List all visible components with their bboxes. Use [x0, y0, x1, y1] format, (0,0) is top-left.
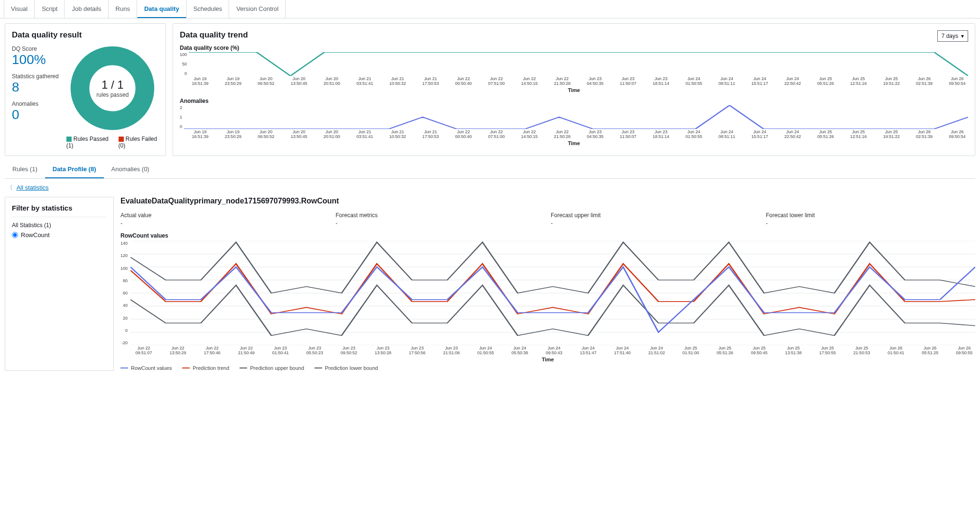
legend-swatch-fail [119, 137, 124, 142]
sub-tab-anomalies-0-[interactable]: Anomalies (0) [104, 161, 157, 178]
x-tick: Jun 2415:51:17 [749, 77, 771, 86]
forecast-metrics-label: Forecast metrics [336, 212, 545, 219]
dq-result-card: Data quality result DQ Score 100% Statis… [5, 23, 166, 156]
legend-pass-label: Rules Passed (1) [66, 136, 109, 149]
x-tick: Jun 2214:50:15 [518, 77, 540, 86]
anomalies-label: Anomalies [12, 101, 59, 107]
anom-y-axis: 210 [180, 105, 184, 129]
x-tick: Jun 2301:50:41 [269, 346, 291, 356]
x-tick: Jun 2408:51:11 [716, 77, 738, 86]
x-tick: Jun 2519:51:22 [880, 130, 902, 139]
top-tab-visual[interactable]: Visual [4, 0, 35, 18]
x-tick: Jun 2602:51:39 [914, 130, 935, 139]
x-tick: Jun 2505:51:26 [814, 77, 836, 86]
score-chart-title: Data quality score (%) [180, 45, 968, 51]
top-tab-job-details[interactable]: Job details [65, 0, 108, 18]
x-tick: Jun 2110:50:32 [387, 77, 408, 86]
x-tick: Jun 2117:50:53 [420, 77, 442, 86]
rowcount-chart [130, 241, 975, 345]
rowcount-legend: RowCount values Prediction trend Predict… [120, 365, 975, 371]
top-tab-runs[interactable]: Runs [109, 0, 137, 18]
time-range-value: 7 days [942, 33, 958, 39]
node-title: EvaluateDataQualityprimary_node171569707… [120, 197, 975, 205]
score-chart [189, 52, 968, 76]
x-tick: Jun 2200:50:40 [453, 77, 474, 86]
top-tab-schedules[interactable]: Schedules [186, 0, 230, 18]
x-tick: Jun 2221:50:49 [235, 346, 257, 356]
x-tick: Jun 2601:50:41 [885, 346, 907, 356]
sub-tabs: Rules (1)Data Profile (8)Anomalies (0) [5, 161, 975, 179]
x-tick: Jun 2422:50:42 [782, 130, 804, 139]
legend-swatch-lower [314, 368, 322, 369]
x-tick: Jun 2417:51:40 [611, 346, 633, 356]
time-range-select[interactable]: 7 days ▾ [937, 30, 968, 42]
anom-time-label: Time [180, 140, 968, 146]
x-tick: Jun 2304:50:35 [584, 130, 606, 139]
x-tick: Jun 2501:51:00 [680, 346, 702, 356]
legend-swatch-trend [182, 368, 190, 369]
legend-upper: Prediction upper bound [250, 365, 304, 371]
forecast-upper-label: Forecast upper limit [551, 212, 760, 219]
x-tick: Jun 2519:51:22 [880, 77, 902, 86]
x-tick: Jun 2311:50:07 [617, 130, 639, 139]
x-tick: Jun 2110:50:32 [387, 130, 408, 139]
rowcount-chart-title: RowCount values [120, 232, 975, 239]
x-tick: Jun 2309:50:52 [338, 346, 360, 356]
rowcount-time-label: Time [120, 357, 975, 362]
statistic-label: RowCount [21, 231, 50, 239]
x-tick: Jun 2415:51:17 [749, 130, 771, 139]
filter-title: Filter by statistics [12, 204, 107, 217]
all-statistics-link[interactable]: All statistics [17, 184, 49, 191]
x-tick: Jun 2605:51:25 [919, 346, 941, 356]
legend-lower: Prediction lower bound [325, 365, 378, 371]
x-tick: Jun 2409:50:43 [543, 346, 565, 356]
x-tick: Jun 2401:50:55 [475, 346, 497, 356]
x-tick: Jun 2221:50:28 [551, 77, 573, 86]
x-tick: Jun 2521:50:53 [851, 346, 873, 356]
x-tick: Jun 2321:51:06 [441, 346, 462, 356]
filter-statistics-card: Filter by statistics All Statistics (1) … [5, 197, 114, 371]
score-time-label: Time [180, 87, 968, 93]
dq-score-label: DQ Score [12, 46, 59, 52]
x-tick: Jun 2512:51:16 [848, 130, 869, 139]
x-tick: Jun 2006:50:52 [255, 77, 277, 86]
x-tick: Jun 2311:50:07 [617, 77, 639, 86]
top-tabs: VisualScriptJob detailsRunsData qualityS… [0, 0, 980, 18]
sub-tab-data-profile-8-[interactable]: Data Profile (8) [45, 161, 104, 178]
rowcount-y-axis: 140120100806040200-20 [120, 241, 130, 345]
x-tick: Jun 2602:51:39 [914, 77, 935, 86]
x-tick: Jun 2318:51:14 [650, 77, 672, 86]
legend-swatch-pass [66, 137, 72, 142]
donut-ratio: 1 / 1 [102, 78, 124, 92]
top-tab-script[interactable]: Script [35, 0, 65, 18]
x-tick: Jun 2609:50:54 [946, 130, 968, 139]
forecast-metrics-value: - [336, 220, 545, 227]
x-tick: Jun 2413:51:47 [577, 346, 599, 356]
statistic-rowcount[interactable]: RowCount [12, 231, 107, 239]
x-tick: Jun 1916:51:39 [189, 77, 211, 86]
donut-legend: Rules Passed (1) Rules Failed (0) [66, 136, 159, 149]
x-tick: Jun 2200:50:40 [453, 130, 474, 139]
x-tick: Jun 2313:50:28 [372, 346, 394, 356]
x-tick: Jun 2103:51:41 [354, 77, 376, 86]
all-statistics-label: All Statistics (1) [12, 222, 107, 229]
top-tab-version-control[interactable]: Version Control [229, 0, 286, 18]
statistic-radio[interactable] [12, 232, 18, 238]
x-tick: Jun 1923:50:29 [222, 77, 244, 86]
donut-caption: rules passed [96, 92, 129, 98]
forecast-upper-value: - [551, 220, 760, 227]
top-tab-data-quality[interactable]: Data quality [137, 0, 186, 18]
x-tick: Jun 2013:50:45 [288, 130, 310, 139]
x-tick: Jun 2117:50:53 [420, 130, 442, 139]
actual-value-label: Actual value [120, 212, 330, 219]
dq-score-value: 100% [12, 52, 59, 67]
legend-trend: Prediction trend [193, 365, 229, 371]
legend-swatch-upper [240, 368, 247, 369]
forecast-lower-value: - [766, 220, 976, 227]
x-tick: Jun 2513:51:38 [782, 346, 804, 356]
rowcount-x-ticks: Jun 2209:51:07Jun 2213:50:29Jun 2217:50:… [120, 346, 975, 356]
sub-tab-rules-1-[interactable]: Rules (1) [5, 161, 45, 178]
x-tick: Jun 2505:51:26 [814, 130, 836, 139]
x-tick: Jun 2221:50:28 [551, 130, 573, 139]
dq-trend-card: Data quality trend 7 days ▾ Data quality… [173, 23, 975, 156]
